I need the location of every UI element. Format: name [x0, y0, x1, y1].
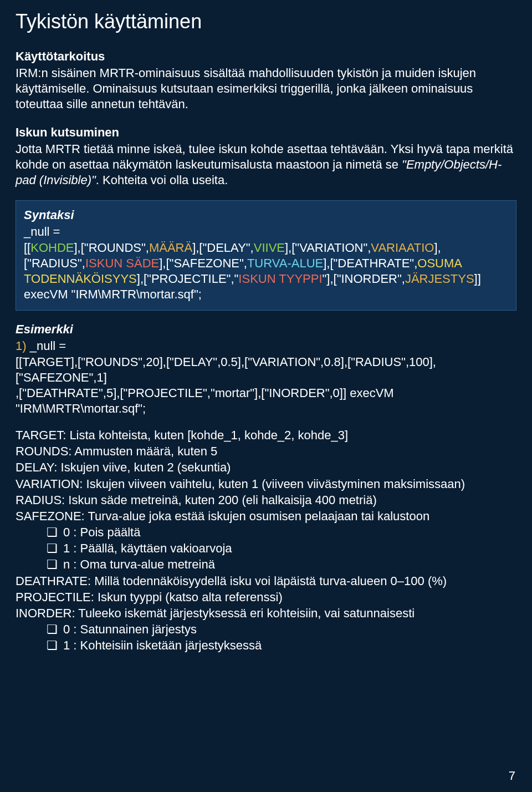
param-kohde: KOHDE: [30, 241, 74, 255]
example-null: _null =: [27, 339, 66, 353]
example-heading: Esimerkki: [16, 322, 516, 337]
seg: ],["DELAY",: [192, 241, 254, 255]
syntax-box: Syntaksi _null = [[KOHDE],["ROUNDS",MÄÄR…: [16, 200, 516, 311]
def-projectile: PROJECTILE: Iskun tyyppi (katso alta ref…: [16, 590, 516, 605]
intro-block: Käyttötarkoitus IRM:n sisäinen MRTR-omin…: [16, 49, 516, 113]
param-jarj: JÄRJESTYS: [405, 272, 474, 286]
def-deathrate: DEATHRATE: Millä todennäköisyydellä isku…: [16, 573, 516, 589]
list-item: 0 : Pois päältä: [47, 525, 516, 540]
safezone-list: 0 : Pois päältä 1 : Päällä, käyttäen vak…: [16, 525, 516, 572]
param-sade2: SÄDE: [126, 256, 159, 270]
def-radius: RADIUS: Iskun säde metreinä, kuten 200 (…: [16, 493, 516, 508]
def-rounds: ROUNDS: Ammusten määrä, kuten 5: [16, 444, 516, 459]
page-number: 7: [509, 769, 515, 783]
example-line1: [[TARGET],["ROUNDS",20],["DELAY",0.5],["…: [16, 354, 516, 385]
def-safezone: SAFEZONE: Turva-alue joka estää iskujen …: [16, 509, 516, 524]
list-item: 1 : Kohteisiin isketään järjestyksessä: [47, 638, 516, 653]
inorder-list: 0 : Satunnainen järjestys 1 : Kohteisiin…: [16, 622, 516, 653]
seg: ],["PROJECTILE",": [137, 272, 239, 286]
example-line2: ,["DEATHRATE",5],["PROJECTILE","mortar"]…: [16, 385, 516, 401]
call-block: Iskun kutsuminen Jotta MRTR tietää minne…: [16, 125, 516, 189]
param-osuma: OSUMA: [417, 256, 461, 270]
intro-text: IRM:n sisäinen MRTR-ominaisuus sisältää …: [16, 66, 476, 111]
list-item: 1 : Päällä, käyttäen vakioarvoja: [47, 541, 516, 556]
def-target: TARGET: Lista kohteista, kuten [kohde_1,…: [16, 428, 516, 443]
seg: ],["VARIATION",: [285, 241, 371, 255]
call-heading: Iskun kutsuminen: [16, 125, 516, 140]
example-num: 1): [16, 339, 27, 353]
page-title: Tykistön käyttäminen: [16, 10, 516, 33]
param-turva: TURVA-ALUE: [247, 256, 323, 270]
example-block: Esimerkki 1) _null = [[TARGET],["ROUNDS"…: [16, 322, 516, 417]
def-variation: VARIATION: Iskujen viiveen vaihtelu, kut…: [16, 476, 516, 492]
seg: ],["ROUNDS",: [74, 241, 149, 255]
definitions: TARGET: Lista kohteista, kuten [kohde_1,…: [16, 428, 516, 653]
def-delay: DELAY: Iskujen viive, kuten 2 (sekuntia): [16, 460, 516, 475]
seg: ],["SAFEZONE",: [159, 256, 247, 270]
list-item: n : Oma turva-alue metreinä: [47, 557, 516, 572]
param-viive: VIIVE: [254, 241, 285, 255]
syntax-null: _null =: [24, 224, 508, 240]
intro-heading: Käyttötarkoitus: [16, 49, 516, 64]
param-osuma2: TODENNÄKÖISYYS: [24, 272, 137, 286]
def-inorder: INORDER: Tuleeko iskemät järjestyksessä …: [16, 606, 516, 621]
example-line0: 1) _null =: [16, 338, 516, 354]
example-line3: "IRM\MRTR\mortar.sqf";: [16, 401, 516, 417]
param-tyyppi: ISKUN TYYPPI: [238, 272, 322, 286]
param-sade: ISKUN: [85, 256, 126, 270]
seg: [[: [24, 241, 30, 255]
seg: "],["INORDER",: [323, 272, 405, 286]
syntax-code: [[KOHDE],["ROUNDS",MÄÄRÄ],["DELAY",VIIVE…: [24, 240, 508, 303]
seg: ],["DEATHRATE",: [323, 256, 417, 270]
param-maara: MÄÄRÄ: [149, 241, 192, 255]
param-variaatio: VARIAATIO: [371, 241, 434, 255]
syntax-heading: Syntaksi: [24, 207, 508, 223]
list-item: 0 : Satunnainen järjestys: [47, 622, 516, 637]
call-text-post: . Kohteita voi olla useita.: [96, 173, 228, 187]
